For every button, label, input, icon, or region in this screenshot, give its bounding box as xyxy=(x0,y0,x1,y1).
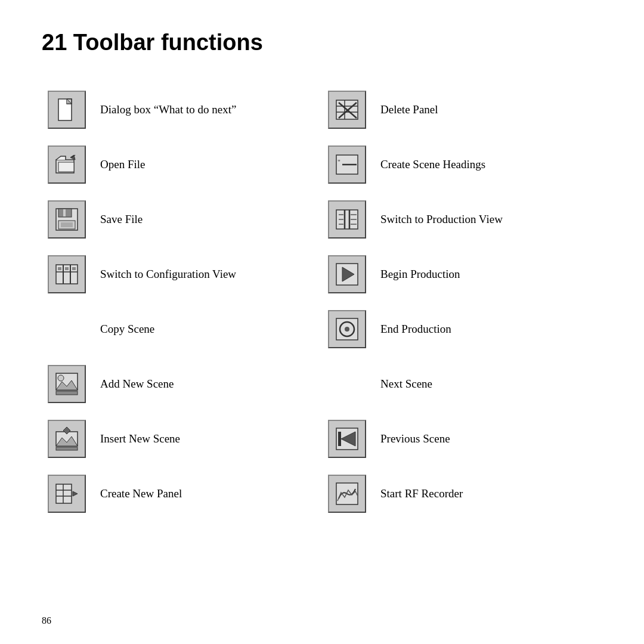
insert-scene-label: Insert New Scene xyxy=(100,431,180,447)
insert-scene-icon xyxy=(48,420,86,458)
start-rf-icon xyxy=(328,475,366,513)
list-item: Delete Panel xyxy=(322,82,602,137)
copy-scene-placeholder xyxy=(48,310,86,348)
svg-rect-8 xyxy=(61,222,73,227)
svg-rect-14 xyxy=(65,267,69,270)
begin-production-label: Begin Production xyxy=(380,267,460,283)
scene-headings-icon: " xyxy=(328,145,366,184)
list-item: Copy Scene xyxy=(42,302,322,357)
svg-rect-22 xyxy=(56,447,78,450)
production-view-label: Switch to Production View xyxy=(380,212,503,228)
svg-point-51 xyxy=(345,327,349,332)
list-item: Save File xyxy=(42,192,322,247)
list-item: Switch to Production View xyxy=(322,192,602,247)
create-panel-icon xyxy=(48,475,86,513)
next-scene-label: Next Scene xyxy=(380,376,432,392)
new-file-icon xyxy=(48,91,86,129)
svg-point-19 xyxy=(58,375,64,381)
dialog-box-label: Dialog box “What to do next” xyxy=(100,102,236,118)
open-file-icon xyxy=(48,145,86,184)
add-scene-icon xyxy=(48,365,86,403)
page-number: 86 xyxy=(42,615,51,626)
begin-production-icon xyxy=(328,255,366,293)
production-view-icon xyxy=(328,200,366,239)
delete-panel-label: Delete Panel xyxy=(380,102,438,118)
list-item: Open File xyxy=(42,137,322,192)
scene-headings-label: Create Scene Headings xyxy=(380,157,485,173)
svg-marker-28 xyxy=(73,491,78,496)
list-item: Switch to Configuration View xyxy=(42,247,322,302)
list-item: " Create Scene Headings xyxy=(322,137,602,192)
copy-scene-label: Copy Scene xyxy=(100,321,154,338)
next-scene-placeholder xyxy=(328,365,366,403)
add-scene-label: Add New Scene xyxy=(100,376,174,392)
svg-rect-18 xyxy=(56,391,78,395)
list-item: Begin Production xyxy=(322,247,602,302)
list-item: Previous Scene xyxy=(322,411,602,466)
list-item: Add New Scene xyxy=(42,357,322,411)
list-item: Next Scene xyxy=(322,357,602,411)
config-view-icon xyxy=(48,255,86,293)
list-item: End Production xyxy=(322,302,602,357)
start-rf-label: Start RF Recorder xyxy=(380,486,463,502)
svg-rect-15 xyxy=(72,267,76,270)
list-item: Create New Panel xyxy=(42,466,322,521)
svg-text:": " xyxy=(338,158,340,166)
delete-panel-icon xyxy=(328,91,366,129)
create-panel-label: Create New Panel xyxy=(100,486,182,502)
open-file-label: Open File xyxy=(100,157,145,173)
list-item: Dialog box “What to do next” xyxy=(42,82,322,137)
save-file-icon xyxy=(48,200,86,239)
page: 21 Toolbar functions Dialog box “What to… xyxy=(0,0,644,545)
end-production-icon xyxy=(328,310,366,348)
left-column: Dialog box “What to do next” Open File xyxy=(42,82,322,521)
svg-rect-6 xyxy=(63,209,66,216)
previous-scene-icon xyxy=(328,420,366,458)
right-column: Delete Panel " Create Scene Headings xyxy=(322,82,602,521)
page-title: 21 Toolbar functions xyxy=(42,30,602,55)
svg-rect-2 xyxy=(58,162,74,172)
config-view-label: Switch to Configuration View xyxy=(100,267,236,283)
toolbar-grid: Dialog box “What to do next” Open File xyxy=(42,82,602,521)
list-item: Insert New Scene xyxy=(42,411,322,466)
previous-scene-label: Previous Scene xyxy=(380,431,450,447)
svg-rect-13 xyxy=(58,267,61,270)
list-item: Start RF Recorder xyxy=(322,466,602,521)
svg-rect-24 xyxy=(56,484,72,503)
save-file-label: Save File xyxy=(100,212,143,228)
end-production-label: End Production xyxy=(380,321,451,338)
